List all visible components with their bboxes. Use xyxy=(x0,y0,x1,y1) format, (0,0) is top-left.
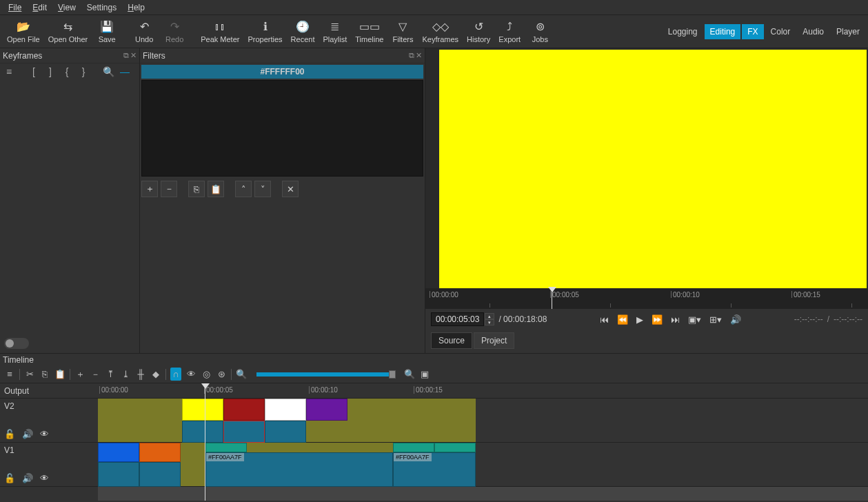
append-icon[interactable]: ＋ xyxy=(74,368,85,381)
redo-button[interactable]: ↷Redo xyxy=(159,19,190,45)
move-up-button[interactable]: ˄ xyxy=(235,181,252,197)
export-button[interactable]: ⤴Export xyxy=(494,19,525,45)
paste-filter-button[interactable]: 📋 xyxy=(208,181,224,197)
overwrite-icon[interactable]: ⤓ xyxy=(120,369,131,379)
clip[interactable] xyxy=(98,462,139,487)
menu-view[interactable]: View xyxy=(52,1,81,14)
current-timecode[interactable]: 00:00:05:03 xyxy=(431,312,484,326)
lock-icon[interactable]: 🔓 xyxy=(4,429,15,439)
menu-settings[interactable]: Settings xyxy=(81,1,122,14)
clip[interactable] xyxy=(182,421,223,443)
remove-filter-button[interactable]: － xyxy=(161,181,177,197)
ripple-all-icon[interactable]: ⊛ xyxy=(216,369,227,379)
clip[interactable]: #FF00AA7F xyxy=(393,452,476,487)
zoom-in-icon[interactable]: 🔍 xyxy=(102,66,114,77)
layout-editing[interactable]: Editing xyxy=(705,24,741,39)
clip[interactable] xyxy=(139,443,181,462)
fast-forward-button[interactable]: ⏩ xyxy=(652,314,663,325)
peak-meter-button[interactable]: ⫾⫾Peak Meter xyxy=(196,19,243,45)
tab-project[interactable]: Project xyxy=(474,332,514,349)
volume-button[interactable]: 🔊 xyxy=(730,314,741,325)
clip[interactable] xyxy=(139,462,181,487)
preview-canvas[interactable] xyxy=(439,50,867,288)
layout-fx[interactable]: FX xyxy=(742,24,763,39)
open-file-button[interactable]: 📂Open File xyxy=(3,19,44,45)
bracket-close-icon[interactable]: ] xyxy=(44,66,57,77)
clip[interactable]: #FF00AA7F xyxy=(205,452,393,487)
clip[interactable] xyxy=(223,421,265,443)
zoom-fit-icon[interactable]: ▣ xyxy=(419,369,430,379)
timeline-playhead[interactable] xyxy=(205,383,205,501)
copy-filter-button[interactable]: ⎘ xyxy=(188,181,205,197)
clip[interactable] xyxy=(393,443,434,452)
lift-icon[interactable]: ⤒ xyxy=(105,369,116,379)
panel-float-icon[interactable]: ⧉ xyxy=(409,51,414,60)
skip-start-button[interactable]: ⏮ xyxy=(600,314,609,325)
save-button[interactable]: 💾Save xyxy=(92,19,122,45)
player-ruler[interactable]: 00:00:00 00:00:05 00:00:10 00:00:15 xyxy=(425,288,868,309)
minus-icon[interactable]: — xyxy=(119,66,131,77)
grid-menu-button[interactable]: ⊞▾ xyxy=(709,314,722,325)
playlist-button[interactable]: ≣Playlist xyxy=(319,19,351,45)
filters-button[interactable]: ▽Filters xyxy=(387,19,418,45)
player-playhead[interactable] xyxy=(552,288,552,309)
hide-icon[interactable]: 👁 xyxy=(40,429,49,439)
tc-down-button[interactable]: ▾ xyxy=(485,319,494,325)
menu-icon[interactable]: ≡ xyxy=(4,369,15,379)
menu-help[interactable]: Help xyxy=(122,1,150,14)
cut-icon[interactable]: ✂ xyxy=(24,369,35,379)
properties-button[interactable]: ℹProperties xyxy=(243,19,286,45)
scrub-audio-icon[interactable]: 👁 xyxy=(185,369,196,379)
remove-icon[interactable]: － xyxy=(90,368,101,381)
selected-filter[interactable]: #FFFFFF00 xyxy=(141,65,423,79)
move-down-button[interactable]: ˅ xyxy=(254,181,271,197)
menu-edit[interactable]: Edit xyxy=(27,1,52,14)
snap-button[interactable]: ∩ xyxy=(170,368,181,381)
tc-up-button[interactable]: ▴ xyxy=(485,313,494,319)
track-v2[interactable] xyxy=(98,399,868,443)
clip[interactable] xyxy=(98,443,139,462)
hide-icon[interactable]: 👁 xyxy=(40,473,49,483)
layout-color[interactable]: Color xyxy=(765,24,796,39)
menu-file[interactable]: File xyxy=(3,1,27,14)
zoom-out-icon[interactable]: 🔍 xyxy=(236,369,247,379)
tab-source[interactable]: Source xyxy=(431,332,472,349)
clip[interactable] xyxy=(223,399,265,421)
recent-button[interactable]: 🕘Recent xyxy=(287,19,319,45)
lock-icon[interactable]: 🔓 xyxy=(4,473,15,483)
split-icon[interactable]: ╫ xyxy=(135,369,146,379)
brace-close-icon[interactable]: } xyxy=(77,66,90,77)
timeline-button[interactable]: ▭▭Timeline xyxy=(351,19,387,45)
clip[interactable] xyxy=(205,443,247,452)
mute-icon[interactable]: 🔊 xyxy=(22,473,33,483)
skip-end-button[interactable]: ⏭ xyxy=(671,314,680,325)
undo-button[interactable]: ↶Undo xyxy=(129,19,159,45)
layout-logging[interactable]: Logging xyxy=(663,24,703,39)
clip[interactable] xyxy=(182,399,223,421)
copy-icon[interactable]: ⎘ xyxy=(39,369,50,379)
panel-close-icon[interactable]: ✕ xyxy=(130,51,137,60)
panel-float-icon[interactable]: ⧉ xyxy=(123,51,129,60)
clip[interactable] xyxy=(265,421,306,443)
zoom-slider[interactable] xyxy=(256,372,394,376)
marker-icon[interactable]: ◆ xyxy=(150,369,161,379)
layout-audio[interactable]: Audio xyxy=(797,24,829,39)
clip[interactable] xyxy=(434,443,476,452)
deselect-filter-button[interactable]: ✕ xyxy=(282,181,299,197)
menu-icon[interactable]: ≡ xyxy=(3,66,15,77)
rewind-button[interactable]: ⏪ xyxy=(617,314,628,325)
ripple-icon[interactable]: ◎ xyxy=(201,369,212,379)
play-button[interactable]: ▶ xyxy=(636,314,643,325)
timeline-ruler[interactable]: 00:00:00 00:00:05 00:00:10 00:00:15 xyxy=(98,383,868,399)
brace-open-icon[interactable]: { xyxy=(61,66,73,77)
zoom-in-icon[interactable]: 🔍 xyxy=(404,369,415,379)
zoom-menu-button[interactable]: ▣▾ xyxy=(688,314,701,325)
panel-close-icon[interactable]: ✕ xyxy=(416,51,422,60)
timeline-tracks[interactable]: 00:00:00 00:00:05 00:00:10 00:00:15 #FF0… xyxy=(98,383,868,501)
track-header-v1[interactable]: V1 🔓 🔊 👁 xyxy=(0,443,98,487)
clip[interactable] xyxy=(306,399,347,421)
keyframes-button[interactable]: ◇◇Keyframes xyxy=(418,19,463,45)
bracket-open-icon[interactable]: [ xyxy=(28,66,40,77)
add-filter-button[interactable]: ＋ xyxy=(141,181,158,197)
history-button[interactable]: ↺History xyxy=(463,19,494,45)
